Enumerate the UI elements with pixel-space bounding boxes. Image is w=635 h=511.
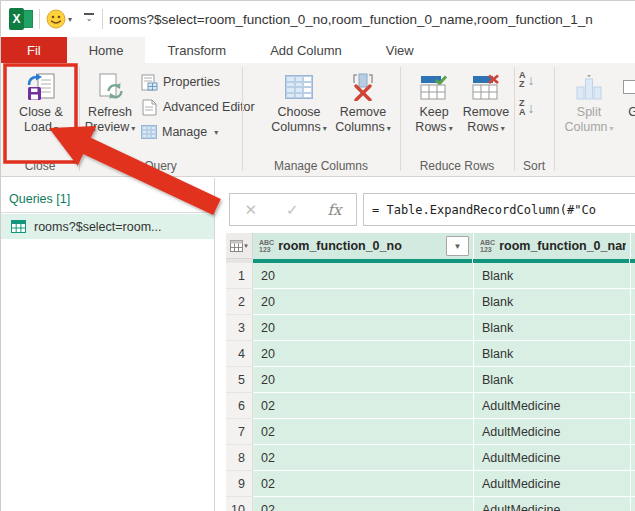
formula-bar-buttons: ✕ ✓ fx: [229, 193, 357, 226]
query-list-item-selected[interactable]: rooms?$select=room...: [1, 214, 214, 239]
close-and-load-button[interactable]: Close & Load▾: [9, 69, 73, 136]
advanced-editor-button[interactable]: Advanced Editor: [141, 97, 255, 117]
cell-room-function-0-no[interactable]: 20: [253, 315, 473, 341]
cell-room-function-0-name[interactable]: Blank: [473, 315, 630, 341]
tab-file[interactable]: Fil: [1, 37, 67, 63]
corner-caret-icon: ▾: [244, 242, 248, 250]
cell-partial: [630, 445, 635, 471]
cell-partial: [630, 471, 635, 497]
split-column-icon: [574, 69, 604, 105]
tab-add-column[interactable]: Add Column: [248, 37, 364, 63]
column-header-room-function-0-name[interactable]: ABC123 room_function_0_name: [473, 233, 630, 259]
keep-rows-icon: [419, 69, 449, 105]
cell-partial: [630, 341, 635, 367]
window-title: rooms?$select=room_function_0_no,room_fu…: [109, 12, 593, 27]
tab-home[interactable]: Home: [67, 37, 146, 63]
group-by-button-partial[interactable]: G: [618, 69, 635, 120]
ribbon: Close & Load▾ Close Refresh Preview▾ Pro…: [1, 63, 635, 177]
sort-down-arrow-icon: ↓: [528, 100, 535, 116]
query-name: rooms?$select=room...: [34, 220, 161, 234]
cell-room-function-0-no[interactable]: 02: [253, 393, 473, 419]
row-number: 10: [226, 497, 253, 511]
choose-columns-button[interactable]: Choose Columns▾: [269, 69, 329, 136]
data-preview-grid: ▾ ABC123 room_function_0_no ▼ ABC123 roo…: [226, 233, 635, 511]
cell-partial: [630, 263, 635, 289]
cell-room-function-0-name[interactable]: AdultMedicine: [473, 445, 630, 471]
column-filter-button[interactable]: ▼: [446, 236, 469, 256]
fx-icon[interactable]: fx: [328, 201, 342, 219]
properties-icon: [141, 74, 158, 91]
table-row: 6 02 AdultMedicine: [226, 393, 635, 419]
cell-room-function-0-no[interactable]: 02: [253, 471, 473, 497]
dropdown-caret-icon: ▾: [449, 124, 453, 133]
close-and-load-icon: [26, 69, 56, 105]
table-row: 9 02 AdultMedicine: [226, 471, 635, 497]
smiley-feedback-icon[interactable]: [46, 9, 66, 29]
formula-input[interactable]: = Table.ExpandRecordColumn(#"Co: [363, 193, 635, 226]
table-row: 3 20 Blank: [226, 315, 635, 341]
cell-room-function-0-name[interactable]: Blank: [473, 341, 630, 367]
dropdown-caret-icon: ▾: [501, 124, 505, 133]
cell-room-function-0-no[interactable]: 02: [253, 419, 473, 445]
tab-transform[interactable]: Transform: [145, 37, 248, 63]
cancel-formula-icon[interactable]: ✕: [244, 201, 257, 219]
group-label-close: Close: [1, 159, 79, 175]
cell-partial: [630, 315, 635, 341]
query-table-icon: [11, 220, 26, 233]
row-number: 6: [226, 393, 253, 419]
refresh-preview-button[interactable]: Refresh Preview▾: [82, 69, 138, 136]
table-row: 10 02 AdultMedicine: [226, 497, 635, 511]
group-label-query: Query: [79, 159, 242, 175]
keep-rows-button[interactable]: Keep Rows▾: [409, 69, 459, 136]
cell-room-function-0-no[interactable]: 20: [253, 263, 473, 289]
cell-room-function-0-name[interactable]: Blank: [473, 263, 630, 289]
dropdown-caret-icon: ▾: [214, 128, 218, 137]
row-number: 8: [226, 445, 253, 471]
collapse-pane-icon[interactable]: ‹: [212, 191, 217, 207]
manage-button[interactable]: Manage ▾: [141, 122, 218, 142]
dropdown-caret-icon: ▾: [387, 124, 391, 133]
smiley-dropdown-caret-icon[interactable]: ▾: [68, 15, 72, 24]
remove-rows-button[interactable]: Remove Rows▾: [460, 69, 512, 136]
row-number: 4: [226, 341, 253, 367]
cell-room-function-0-no[interactable]: 20: [253, 341, 473, 367]
tab-view[interactable]: View: [364, 37, 436, 63]
remove-rows-icon: [471, 69, 501, 105]
table-row: 7 02 AdultMedicine: [226, 419, 635, 445]
table-corner-menu[interactable]: ▾: [226, 233, 253, 259]
title-bar: X ▾ ⌄ rooms?$select=room_function_0_no,r…: [1, 1, 635, 37]
dropdown-caret-icon: ▾: [54, 124, 58, 133]
cell-room-function-0-no[interactable]: 02: [253, 445, 473, 471]
remove-columns-button[interactable]: Remove Columns▾: [332, 69, 394, 136]
sort-ascending-button[interactable]: AZ ↓: [519, 71, 535, 89]
cell-room-function-0-no[interactable]: 20: [253, 289, 473, 315]
commit-formula-icon[interactable]: ✓: [286, 201, 299, 219]
cell-room-function-0-name[interactable]: Blank: [473, 367, 630, 393]
refresh-preview-icon: [96, 69, 124, 105]
row-number: 3: [226, 315, 253, 341]
column-header-room-function-0-no[interactable]: ABC123 room_function_0_no ▼: [253, 233, 473, 259]
column-type-icon[interactable]: ABC123: [480, 239, 495, 253]
cell-room-function-0-name[interactable]: AdultMedicine: [473, 419, 630, 445]
pane-splitter[interactable]: [214, 178, 215, 511]
cell-partial: [630, 497, 635, 511]
cell-partial: [630, 289, 635, 315]
cell-room-function-0-no[interactable]: 20: [253, 367, 473, 393]
cell-room-function-0-name[interactable]: Blank: [473, 289, 630, 315]
table-row: 2 20 Blank: [226, 289, 635, 315]
cell-room-function-0-name[interactable]: AdultMedicine: [473, 393, 630, 419]
properties-button[interactable]: Properties: [141, 72, 220, 92]
group-label-reduce-rows: Reduce Rows: [400, 159, 514, 175]
cell-room-function-0-no[interactable]: 02: [253, 497, 473, 511]
grid-header-row: ▾ ABC123 room_function_0_no ▼ ABC123 roo…: [226, 233, 635, 259]
cell-room-function-0-name[interactable]: AdultMedicine: [473, 471, 630, 497]
column-type-icon[interactable]: ABC123: [259, 239, 274, 253]
customize-toolbar-icon[interactable]: ⌄: [82, 13, 96, 25]
cell-room-function-0-name[interactable]: AdultMedicine: [473, 497, 630, 511]
group-label-sort: Sort: [514, 159, 554, 175]
queries-pane-divider: [1, 212, 214, 213]
split-column-button[interactable]: Split Column▾: [561, 69, 617, 136]
dropdown-caret-icon: ▾: [323, 124, 327, 133]
table-row: 5 20 Blank: [226, 367, 635, 393]
sort-descending-button[interactable]: ZA ↓: [519, 99, 535, 117]
